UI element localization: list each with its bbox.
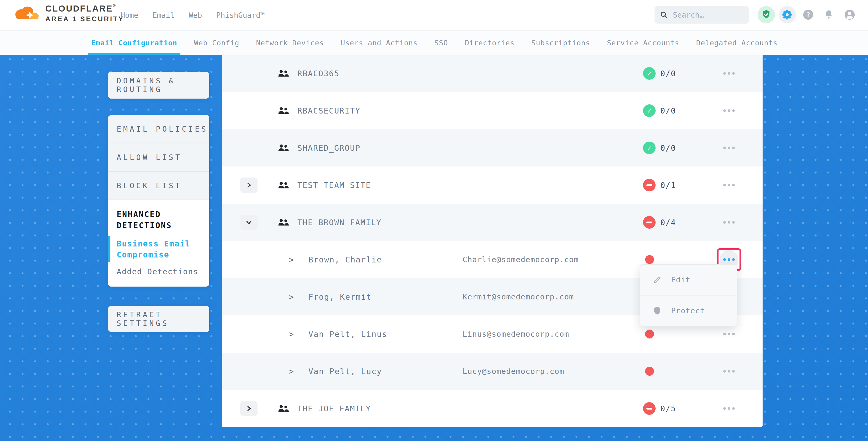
status-badge — [643, 141, 656, 154]
table-row[interactable]: > Van Pelt, Lucy Lucy@somedemocorp.com — [222, 353, 763, 390]
sidebar-card-policies: EMAIL POLICIESALLOW LISTBLOCK LIST ENHAN… — [108, 115, 209, 287]
logo-brand: CLOUDFLARE® — [45, 4, 124, 13]
child-caret-icon: > — [289, 292, 294, 302]
protection-count: 0/5 — [660, 404, 676, 413]
main-nav: HomeEmailWebPhishGuard™ — [121, 0, 265, 30]
tab-subscriptions[interactable]: Subscriptions — [531, 31, 590, 55]
tab-email-configuration[interactable]: Email Configuration — [91, 31, 177, 55]
tab-sso[interactable]: SSO — [435, 31, 448, 55]
child-caret-icon: > — [289, 329, 294, 339]
status-badge — [643, 104, 656, 117]
tab-delegated-accounts[interactable]: Delegated Accounts — [696, 31, 778, 55]
shield-check-icon[interactable] — [757, 6, 775, 23]
account-icon[interactable] — [841, 6, 858, 23]
tab-network-devices[interactable]: Network Devices — [256, 31, 324, 55]
sidebar-item-retract-settings[interactable]: RETRACT SETTINGS — [108, 306, 209, 332]
sidebar-item-domains-routing[interactable]: DOMAINS & ROUTING — [108, 72, 209, 99]
section-tab-bar: Email ConfigurationWeb ConfigNetwork Dev… — [0, 31, 868, 55]
nav-item-home[interactable]: Home — [121, 11, 138, 20]
tab-directories[interactable]: Directories — [465, 31, 515, 55]
sidebar-card-retract-settings: RETRACT SETTINGS — [108, 306, 209, 332]
protection-count: 0/0 — [660, 106, 676, 115]
tab-users-and-actions[interactable]: Users and Actions — [341, 31, 417, 55]
question-glyph: ? — [802, 9, 814, 21]
table-row[interactable]: RBACO365 0/0 — [222, 55, 763, 92]
sidebar-item-block-list[interactable]: BLOCK LIST — [108, 172, 209, 200]
menu-item-protect[interactable]: Protect — [640, 295, 737, 326]
row-actions-button[interactable] — [720, 399, 739, 418]
row-actions-button[interactable] — [720, 64, 739, 83]
child-caret-icon: > — [289, 367, 294, 376]
sidebar-card-domains-routing: DOMAINS & ROUTING — [108, 72, 209, 99]
cloudflare-logo[interactable]: CLOUDFLARE® AREA 1 SECURITY — [12, 2, 124, 25]
row-email: Charlie@somedemocorp.com — [463, 255, 579, 264]
row-actions-button[interactable] — [720, 138, 739, 157]
row-actions-button[interactable] — [720, 362, 739, 381]
menu-item-edit[interactable]: Edit — [640, 264, 737, 295]
row-name: TEST TEAM SITE — [298, 181, 371, 190]
sidebar-section-enhanced-detections: ENHANCED DETECTIONS Business Email Compr… — [108, 200, 209, 276]
group-icon — [278, 218, 289, 226]
nav-item-phishguard[interactable]: PhishGuard™ — [216, 11, 265, 20]
status-badge — [643, 179, 656, 191]
search-icon — [660, 11, 668, 19]
sidebar-item-allow-list[interactable]: ALLOW LIST — [108, 144, 209, 172]
sidebar-item-email-policies[interactable]: EMAIL POLICIES — [108, 115, 209, 144]
table-row[interactable]: TEST TEAM SITE 0/1 — [222, 166, 763, 204]
row-name: Brown, Charlie — [308, 255, 382, 264]
status-dot — [645, 367, 654, 376]
expand-toggle-button[interactable] — [240, 178, 257, 193]
active-item-indicator — [108, 236, 111, 262]
protection-count: 0/0 — [660, 69, 676, 78]
pencil-icon — [652, 275, 662, 285]
sidebar-item-added-detections[interactable]: Added Detections — [117, 267, 202, 276]
status-badge — [643, 216, 656, 229]
sidebar-policy-list: EMAIL POLICIESALLOW LISTBLOCK LIST — [108, 115, 209, 200]
groups-users-table: RBACO365 0/0 RBACSECURITY 0/0 SH — [222, 55, 763, 427]
gear-glyph — [781, 9, 793, 21]
row-actions-button[interactable] — [720, 324, 739, 343]
logo-subtitle: AREA 1 SECURITY — [45, 15, 124, 23]
search-box[interactable] — [655, 6, 749, 24]
row-actions-button[interactable] — [720, 213, 739, 232]
chevron-icon — [246, 182, 252, 188]
app-page: CLOUDFLARE® AREA 1 SECURITY HomeEmailWeb… — [0, 0, 868, 441]
tab-web-config[interactable]: Web Config — [194, 31, 240, 55]
nav-item-web[interactable]: Web — [189, 11, 202, 20]
sidebar-item-enhanced-detections[interactable]: ENHANCED DETECTIONS — [117, 209, 193, 231]
row-name: SHARED_GROUP — [298, 144, 361, 153]
sidebar-item-business-email-compromise[interactable]: Business Email Compromise — [117, 238, 195, 260]
shield-icon — [652, 306, 662, 316]
row-actions-button[interactable] — [720, 101, 739, 120]
tab-service-accounts[interactable]: Service Accounts — [607, 31, 679, 55]
bell-icon[interactable] — [820, 6, 837, 23]
protection-count: 0/0 — [660, 144, 676, 153]
nav-item-email[interactable]: Email — [152, 11, 175, 20]
group-icon — [278, 144, 289, 152]
row-email: Lucy@somedemocorp.com — [463, 367, 564, 376]
child-caret-icon: > — [289, 255, 294, 264]
table-row[interactable]: THE JOE FAMILY 0/5 — [222, 390, 763, 427]
row-name: Frog, Kermit — [308, 292, 372, 302]
row-actions-button[interactable] — [720, 176, 739, 194]
search-input[interactable] — [672, 10, 744, 20]
table-row[interactable]: THE BROWN FAMILY 0/4 — [222, 204, 763, 241]
row-name: RBACSECURITY — [298, 106, 361, 115]
bell-glyph — [823, 9, 834, 20]
row-name: RBACO365 — [298, 69, 340, 78]
shield-check-glyph — [761, 9, 772, 20]
row-name: THE BROWN FAMILY — [298, 218, 381, 227]
expand-toggle-button[interactable] — [240, 215, 257, 230]
group-icon — [278, 69, 289, 77]
expand-toggle-button[interactable] — [240, 401, 257, 416]
logo-reg-mark: ® — [113, 4, 116, 8]
help-icon[interactable]: ? — [800, 6, 817, 23]
group-icon — [278, 181, 289, 189]
person-glyph — [844, 9, 856, 21]
group-icon — [278, 107, 289, 115]
table-row[interactable]: RBACSECURITY 0/0 — [222, 92, 763, 129]
table-row[interactable]: SHARED_GROUP 0/0 — [222, 129, 763, 166]
cloudflare-cloud-icon — [12, 2, 42, 25]
row-context-menu: Edit Protect — [640, 264, 737, 326]
gear-icon[interactable] — [779, 6, 796, 23]
